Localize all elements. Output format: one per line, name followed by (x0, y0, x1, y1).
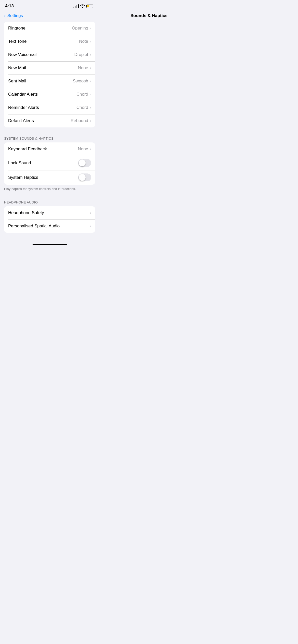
keyboard-feedback-value: None (78, 147, 88, 152)
status-icons (73, 4, 94, 8)
keyboard-feedback-chevron-icon: › (90, 147, 91, 152)
headphone-audio-card: Headphone Safety › Personalised Spatial … (4, 206, 95, 233)
personalised-spatial-audio-row[interactable]: Personalised Spatial Audio › (4, 219, 95, 233)
sent-mail-chevron-icon: › (90, 79, 91, 84)
calendar-alerts-row[interactable]: Calendar Alerts Chord › (4, 88, 95, 101)
home-bar (33, 244, 67, 245)
headphone-section-header: Headphone Audio (0, 200, 99, 206)
default-alerts-row[interactable]: Default Alerts Rebound › (4, 114, 95, 127)
sent-mail-row[interactable]: Sent Mail Swoosh › (4, 75, 95, 88)
status-time: 4:13 (5, 4, 14, 9)
ringtone-chevron-icon: › (90, 26, 91, 31)
system-haptics-row: System Haptics (4, 170, 95, 185)
default-alerts-right: Rebound › (71, 118, 91, 123)
new-mail-row[interactable]: New Mail None › (4, 61, 95, 75)
text-tone-value: Note (79, 39, 88, 44)
text-tone-right: Note › (79, 39, 91, 44)
reminder-alerts-chevron-icon: › (90, 105, 91, 110)
ringtone-value: Opening (72, 26, 88, 31)
calendar-alerts-right: Chord › (76, 92, 91, 97)
new-mail-value: None (78, 65, 88, 70)
default-alerts-label: Default Alerts (8, 118, 34, 123)
sounds-card: Ringtone Opening › Text Tone Note › New … (4, 22, 95, 127)
nav-bar: ‹ Settings Sounds & Haptics (0, 11, 99, 22)
back-label: Settings (7, 13, 23, 18)
lock-sound-toggle-knob (79, 159, 86, 166)
reminder-alerts-right: Chord › (76, 105, 91, 110)
keyboard-feedback-label: Keyboard Feedback (8, 147, 47, 152)
battery-icon (86, 5, 94, 8)
calendar-alerts-label: Calendar Alerts (8, 92, 38, 97)
system-sounds-section: System Sounds & Haptics Keyboard Feedbac… (0, 137, 99, 191)
new-mail-label: New Mail (8, 65, 26, 70)
default-alerts-value: Rebound (71, 118, 88, 123)
signal-icon (73, 4, 79, 8)
home-indicator (0, 242, 99, 247)
status-bar: 4:13 (0, 0, 99, 11)
reminder-alerts-label: Reminder Alerts (8, 105, 39, 110)
new-mail-right: None › (78, 65, 91, 70)
default-alerts-chevron-icon: › (90, 118, 91, 123)
sounds-section: Ringtone Opening › Text Tone Note › New … (0, 22, 99, 127)
personalised-spatial-audio-label: Personalised Spatial Audio (8, 224, 60, 229)
back-chevron-icon: ‹ (4, 13, 6, 19)
system-haptics-label: System Haptics (8, 175, 38, 180)
text-tone-label: Text Tone (8, 39, 26, 44)
new-voicemail-right: Droplet › (74, 52, 91, 57)
lock-sound-row: Lock Sound (4, 156, 95, 170)
text-tone-row[interactable]: Text Tone Note › (4, 35, 95, 48)
back-button[interactable]: ‹ Settings (4, 13, 23, 19)
system-haptics-toggle[interactable] (78, 173, 91, 181)
reminder-alerts-row[interactable]: Reminder Alerts Chord › (4, 101, 95, 114)
ringtone-label: Ringtone (8, 26, 25, 31)
new-voicemail-chevron-icon: › (90, 52, 91, 57)
system-haptics-toggle-knob (79, 174, 86, 181)
calendar-alerts-chevron-icon: › (90, 92, 91, 97)
personalised-spatial-audio-chevron-icon: › (90, 224, 91, 229)
headphone-audio-section: Headphone Audio Headphone Safety › Perso… (0, 200, 99, 233)
text-tone-chevron-icon: › (90, 39, 91, 44)
wifi-icon (80, 4, 85, 8)
reminder-alerts-value: Chord (76, 105, 88, 110)
new-mail-chevron-icon: › (90, 65, 91, 70)
system-section-header: System Sounds & Haptics (0, 137, 99, 142)
calendar-alerts-value: Chord (76, 92, 88, 97)
new-voicemail-label: New Voicemail (8, 52, 37, 57)
headphone-safety-label: Headphone Safety (8, 210, 44, 215)
keyboard-feedback-right: None › (78, 147, 91, 152)
sent-mail-right: Swoosh › (73, 79, 91, 84)
lock-sound-label: Lock Sound (8, 160, 31, 166)
new-voicemail-row[interactable]: New Voicemail Droplet › (4, 48, 95, 61)
sent-mail-value: Swoosh (73, 79, 88, 84)
lock-sound-toggle[interactable] (78, 159, 91, 167)
system-sounds-card: Keyboard Feedback None › Lock Sound Syst… (4, 142, 95, 185)
system-section-footer: Play haptics for system controls and int… (0, 185, 99, 191)
headphone-safety-row[interactable]: Headphone Safety › (4, 206, 95, 219)
ringtone-right: Opening › (72, 26, 91, 31)
new-voicemail-value: Droplet (74, 52, 88, 57)
keyboard-feedback-row[interactable]: Keyboard Feedback None › (4, 142, 95, 156)
ringtone-row[interactable]: Ringtone Opening › (4, 22, 95, 35)
sent-mail-label: Sent Mail (8, 79, 26, 84)
headphone-safety-chevron-icon: › (90, 210, 91, 215)
